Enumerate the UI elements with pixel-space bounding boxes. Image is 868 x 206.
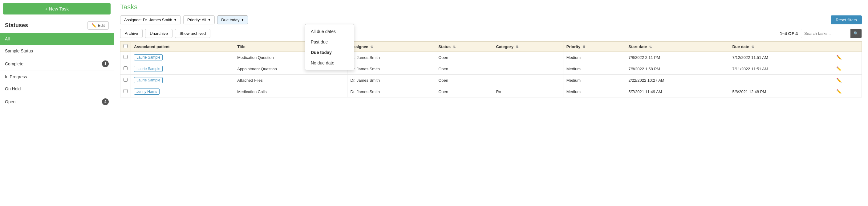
row-checkbox[interactable]: [124, 89, 127, 93]
due-date-dropdown: All due datesPast dueDue todayNo due dat…: [305, 24, 354, 70]
status-list: AllSample StatusComplete1In ProgressOn H…: [0, 33, 114, 109]
dropdown-item-due-today[interactable]: Due today: [305, 47, 354, 58]
dropdown-item-all-due[interactable]: All due dates: [305, 26, 354, 37]
patient-link[interactable]: Laurie Sample: [134, 77, 163, 83]
pagination-search: 1–4 OF 4 🔍: [780, 29, 862, 38]
table-row: Laurie Sample Attached Files Dr. James S…: [120, 75, 862, 86]
priority-cell: Medium: [563, 63, 625, 75]
tasks-table: Associated patient Title Assignee ⇅ Stat…: [120, 41, 862, 97]
status-cell: Open: [435, 63, 493, 75]
priority-filter-button[interactable]: Priority: All ▼: [183, 16, 215, 24]
sort-icon: ⇅: [649, 45, 652, 49]
filter-bar: Assignee: Dr. James Smith ▼ Priority: Al…: [120, 16, 862, 24]
sidebar-item-sample[interactable]: Sample Status: [0, 45, 114, 57]
row-checkbox[interactable]: [124, 55, 127, 59]
category-cell: [493, 63, 563, 75]
edit-row-button[interactable]: ✏️: [836, 78, 841, 83]
table-row: Laurie Sample Appointment Question Dr. J…: [120, 63, 862, 75]
startdate-cell: 7/8/2022 1:58 PM: [625, 63, 729, 75]
sidebar: + New Task Statuses ✏️ Edit AllSample St…: [0, 0, 114, 109]
sidebar-item-onhold[interactable]: On Hold: [0, 83, 114, 95]
startdate-cell: 5/7/2021 11:49 AM: [625, 86, 729, 97]
category-cell: Rx: [493, 86, 563, 97]
archive-button[interactable]: Archive: [120, 29, 143, 38]
sort-icon: ⇅: [751, 45, 754, 49]
due-date-filter-button[interactable]: Due today ▼: [217, 16, 248, 24]
select-all-header: [120, 41, 131, 52]
unarchive-button[interactable]: Unarchive: [145, 29, 173, 38]
sidebar-item-open[interactable]: Open4: [0, 95, 114, 109]
patient-link[interactable]: Jenny Harris: [134, 89, 160, 95]
priority-cell: Medium: [563, 52, 625, 63]
select-all-checkbox[interactable]: [124, 44, 127, 48]
edit-row-button[interactable]: ✏️: [836, 89, 841, 94]
row-checkbox[interactable]: [124, 66, 127, 70]
status-cell: Open: [435, 52, 493, 63]
col-startdate: Start date ⇅: [625, 41, 729, 52]
col-patient: Associated patient: [131, 41, 234, 52]
assignee-cell: Dr. James Smith: [347, 86, 435, 97]
startdate-cell: 2/22/2022 10:27 AM: [625, 75, 729, 86]
status-label: On Hold: [5, 86, 21, 91]
patient-link[interactable]: Laurie Sample: [134, 54, 163, 60]
edit-statuses-button[interactable]: ✏️ Edit: [88, 21, 109, 30]
patient-link[interactable]: Laurie Sample: [134, 66, 163, 72]
chevron-down-icon: ▼: [208, 18, 211, 22]
duedate-cell: 7/11/2022 11:51 AM: [729, 63, 833, 75]
chevron-down-icon: ▼: [174, 18, 177, 22]
category-cell: [493, 52, 563, 63]
assignee-filter-button[interactable]: Assignee: Dr. James Smith ▼: [120, 16, 181, 24]
duedate-cell: 5/8/2021 12:48 PM: [729, 86, 833, 97]
status-label: Open: [5, 99, 16, 104]
search-button[interactable]: 🔍: [850, 29, 862, 38]
col-category: Category ⇅: [493, 41, 563, 52]
title-cell: Medication Calls: [234, 86, 347, 97]
sidebar-item-complete[interactable]: Complete1: [0, 57, 114, 70]
badge: 1: [102, 60, 109, 67]
assignee-cell: Dr. James Smith: [347, 63, 435, 75]
sidebar-item-all[interactable]: All: [0, 33, 114, 45]
statuses-title: Statuses: [5, 22, 28, 29]
dropdown-item-past-due[interactable]: Past due: [305, 37, 354, 47]
col-assignee: Assignee ⇅: [347, 41, 435, 52]
show-archived-button[interactable]: Show archived: [175, 29, 210, 38]
edit-row-button[interactable]: ✏️: [836, 55, 841, 60]
patient-cell: Laurie Sample: [131, 52, 234, 63]
status-label: Complete: [5, 61, 23, 66]
dropdown-item-no-due[interactable]: No due date: [305, 58, 354, 68]
sidebar-item-inprogress[interactable]: In Progress: [0, 70, 114, 83]
table-header-row: Associated patient Title Assignee ⇅ Stat…: [120, 41, 862, 52]
assignee-cell: Dr. James Smith: [347, 75, 435, 86]
edit-cell: ✏️: [833, 52, 862, 63]
edit-row-button[interactable]: ✏️: [836, 66, 841, 71]
edit-cell: ✏️: [833, 86, 862, 97]
reset-filters-button[interactable]: Reset filters: [831, 16, 862, 24]
pencil-icon: ✏️: [91, 23, 96, 28]
title-cell: Attached Files: [234, 75, 347, 86]
action-bar: Archive Unarchive Show archived 1–4 OF 4…: [120, 29, 862, 38]
status-label: All: [5, 36, 10, 41]
edit-cell: ✏️: [833, 75, 862, 86]
priority-cell: Medium: [563, 75, 625, 86]
sort-icon: ⇅: [370, 45, 373, 49]
status-cell: Open: [435, 86, 493, 97]
patient-cell: Laurie Sample: [131, 63, 234, 75]
col-actions: [833, 41, 862, 52]
patient-cell: Laurie Sample: [131, 75, 234, 86]
chevron-down-icon: ▼: [241, 18, 244, 22]
badge: 4: [102, 98, 109, 105]
col-priority: Priority ⇅: [563, 41, 625, 52]
new-task-button[interactable]: + New Task: [3, 3, 111, 14]
sort-icon: ⇅: [453, 45, 456, 49]
row-checkbox-cell: [120, 75, 131, 86]
sort-icon: ⇅: [583, 45, 585, 49]
page-title: Tasks: [120, 3, 862, 11]
search-box: 🔍: [801, 29, 862, 38]
status-cell: Open: [435, 75, 493, 86]
search-input[interactable]: [801, 29, 850, 38]
table-row: Laurie Sample Medication Question Dr. Ja…: [120, 52, 862, 63]
status-label: Sample Status: [5, 49, 33, 53]
row-checkbox-cell: [120, 63, 131, 75]
main-content: Tasks Assignee: Dr. James Smith ▼ Priori…: [114, 0, 868, 109]
row-checkbox[interactable]: [124, 78, 127, 82]
